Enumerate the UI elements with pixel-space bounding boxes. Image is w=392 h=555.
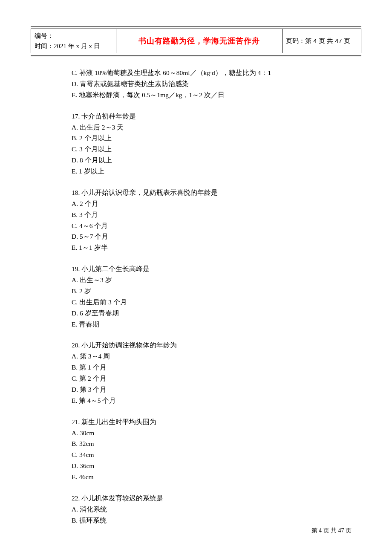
option-text: E. 1～1 岁半 — [72, 242, 341, 253]
option-text: D. 8 个月以上 — [72, 155, 341, 166]
option-text: A. 30cm — [72, 428, 341, 439]
option-text: A. 第 3～4 周 — [72, 351, 341, 362]
option-text: C. 34cm — [72, 449, 341, 460]
option-text: E. 46cm — [72, 471, 341, 483]
option-text: A. 2 个月 — [72, 198, 341, 209]
option-text: A. 消化系统 — [72, 504, 341, 515]
header-rule-bottom — [31, 55, 361, 57]
header-table: 编号： 时间：2021 年 x 月 x 日 书山有路勤为径，学海无涯苦作舟 页码… — [31, 29, 361, 53]
header-page-label: 页码：第 4 页 共 47 页 — [282, 29, 361, 53]
question-block: 17. 卡介苗初种年龄是 A. 出生后 2～3 天 B. 2 个月以上 C. 3… — [72, 111, 341, 177]
question-stem: 21. 新生儿出生时平均头围为 — [72, 416, 341, 428]
option-text: A. 出生～3 岁 — [72, 275, 341, 286]
option-text: B. 32cm — [72, 438, 341, 449]
question-stem: 18. 小儿开始认识母亲，见奶瓶表示喜悦的年龄是 — [72, 187, 341, 198]
content-area: C. 补液 10%葡萄糖及生理盐水 60～80ml／（kg·d），糖盐比为 4：… — [72, 67, 341, 526]
option-text: C. 3 个月以上 — [72, 144, 341, 155]
option-text: B. 第 1 个月 — [72, 362, 341, 373]
option-text: E. 青春期 — [72, 319, 341, 330]
question-stem: 19. 小儿第二个生长高峰是 — [72, 263, 341, 275]
question-block: 20. 小儿开始协调注视物体的年龄为 A. 第 3～4 周 B. 第 1 个月 … — [72, 340, 341, 406]
option-text: E. 1 岁以上 — [72, 166, 341, 177]
header-center-motto: 书山有路勤为径，学海无涯苦作舟 — [116, 29, 282, 53]
option-text: D. 36cm — [72, 460, 341, 471]
option-text: C. 4～6 个月 — [72, 220, 341, 231]
lead-options-block: C. 补液 10%葡萄糖及生理盐水 60～80ml／（kg·d），糖盐比为 4：… — [72, 67, 341, 101]
question-stem: 20. 小儿开始协调注视物体的年龄为 — [72, 340, 341, 351]
question-block: 21. 新生儿出生时平均头围为 A. 30cm B. 32cm C. 34cm … — [72, 416, 341, 483]
question-block: 18. 小儿开始认识母亲，见奶瓶表示喜悦的年龄是 A. 2 个月 B. 3 个月… — [72, 187, 341, 253]
option-text: D. 第 3 个月 — [72, 384, 341, 395]
header-id-label: 编号： — [35, 31, 112, 41]
header-rule-top — [31, 26, 361, 28]
option-text: B. 循环系统 — [72, 515, 341, 526]
option-text: D. 6 岁至青春期 — [72, 308, 341, 319]
option-text: E. 地塞米松静滴，每次 0.5～1mg／kg，1～2 次／日 — [72, 90, 341, 101]
option-text: D. 青霉素或氨基糖苷类抗生素防治感染 — [72, 78, 341, 90]
question-stem: 17. 卡介苗初种年龄是 — [72, 111, 341, 122]
option-text: A. 出生后 2～3 天 — [72, 122, 341, 133]
option-text: D. 5～7 个月 — [72, 231, 341, 242]
option-text: B. 2 岁 — [72, 286, 341, 297]
option-text: C. 补液 10%葡萄糖及生理盐水 60～80ml／（kg·d），糖盐比为 4：… — [72, 67, 341, 78]
question-stem: 22. 小儿机体发育较迟的系统是 — [72, 493, 341, 504]
option-text: E. 第 4～5 个月 — [72, 395, 341, 406]
option-text: C. 第 2 个月 — [72, 373, 341, 384]
question-block: 22. 小儿机体发育较迟的系统是 A. 消化系统 B. 循环系统 — [72, 493, 341, 526]
footer-page-label: 第 4 页 共 47 页 — [311, 527, 352, 535]
header-left-cell: 编号： 时间：2021 年 x 月 x 日 — [31, 29, 116, 53]
option-text: B. 3 个月 — [72, 209, 341, 220]
option-text: B. 2 个月以上 — [72, 133, 341, 144]
option-text: C. 出生后前 3 个月 — [72, 297, 341, 308]
header-date-label: 时间：2021 年 x 月 x 日 — [35, 41, 112, 51]
question-block: 19. 小儿第二个生长高峰是 A. 出生～3 岁 B. 2 岁 C. 出生后前 … — [72, 263, 341, 330]
